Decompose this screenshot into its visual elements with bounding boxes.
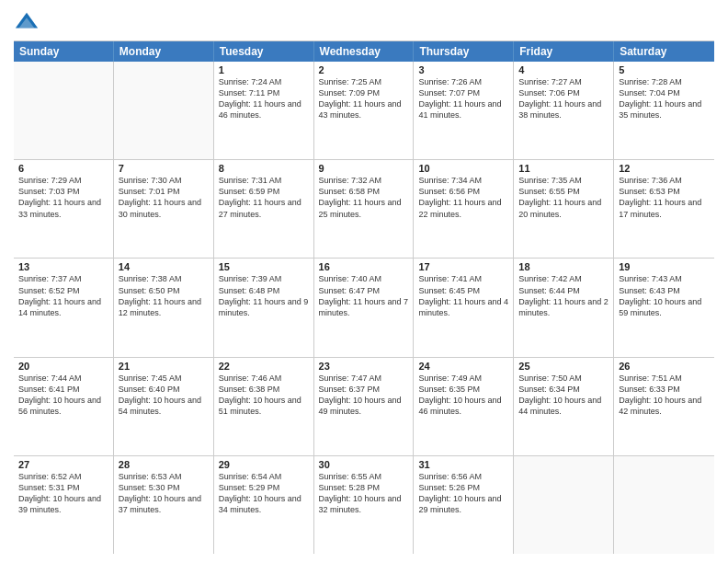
day-number: 10 [418,163,508,174]
calendar-cell-2-4: 17Sunrise: 7:41 AM Sunset: 6:45 PM Dayli… [414,259,514,356]
page: SundayMondayTuesdayWednesdayThursdayFrid… [0,0,728,563]
cell-info: Sunrise: 7:26 AM Sunset: 7:07 PM Dayligh… [418,76,508,121]
cell-info: Sunrise: 7:51 AM Sunset: 6:33 PM Dayligh… [619,373,710,418]
weekday-header-monday: Monday [114,41,214,62]
day-number: 11 [518,163,609,174]
calendar-cell-1-3: 9Sunrise: 7:32 AM Sunset: 6:58 PM Daylig… [314,160,415,258]
calendar-cell-2-0: 13Sunrise: 7:37 AM Sunset: 6:52 PM Dayli… [14,259,114,356]
calendar-cell-0-5: 4Sunrise: 7:27 AM Sunset: 7:06 PM Daylig… [514,62,614,159]
calendar-cell-4-2: 29Sunrise: 6:54 AM Sunset: 5:29 PM Dayli… [214,456,314,554]
calendar-cell-4-4: 31Sunrise: 6:56 AM Sunset: 5:26 PM Dayli… [414,456,514,554]
calendar-cell-1-0: 6Sunrise: 7:29 AM Sunset: 7:03 PM Daylig… [14,160,114,258]
logo-icon [14,9,40,35]
day-number: 16 [319,261,409,272]
weekday-header-tuesday: Tuesday [214,41,314,62]
calendar-cell-3-3: 23Sunrise: 7:47 AM Sunset: 6:37 PM Dayli… [314,358,415,455]
calendar-cell-3-1: 21Sunrise: 7:45 AM Sunset: 6:40 PM Dayli… [114,358,214,455]
logo [14,9,43,35]
cell-info: Sunrise: 7:47 AM Sunset: 6:37 PM Dayligh… [319,373,409,418]
weekday-header-wednesday: Wednesday [314,41,415,62]
calendar-cell-3-4: 24Sunrise: 7:49 AM Sunset: 6:35 PM Dayli… [414,358,514,455]
header [14,9,714,35]
cell-info: Sunrise: 7:36 AM Sunset: 6:53 PM Dayligh… [619,175,710,220]
cell-info: Sunrise: 7:24 AM Sunset: 7:11 PM Dayligh… [219,76,309,121]
day-number: 2 [319,64,409,75]
calendar-cell-4-6 [614,456,714,554]
cell-info: Sunrise: 7:25 AM Sunset: 7:09 PM Dayligh… [319,76,409,121]
cell-info: Sunrise: 7:49 AM Sunset: 6:35 PM Dayligh… [418,373,508,418]
calendar-row-3: 20Sunrise: 7:44 AM Sunset: 6:41 PM Dayli… [14,358,714,456]
day-number: 30 [319,459,409,470]
day-number: 14 [119,261,209,272]
calendar-cell-0-4: 3Sunrise: 7:26 AM Sunset: 7:07 PM Daylig… [414,62,514,159]
day-number: 6 [18,163,108,174]
cell-info: Sunrise: 7:35 AM Sunset: 6:55 PM Dayligh… [518,175,609,220]
cell-info: Sunrise: 7:39 AM Sunset: 6:48 PM Dayligh… [219,273,309,318]
cell-info: Sunrise: 7:31 AM Sunset: 6:59 PM Dayligh… [219,175,309,220]
day-number: 24 [418,361,508,372]
cell-info: Sunrise: 6:55 AM Sunset: 5:28 PM Dayligh… [319,471,409,516]
calendar-cell-1-1: 7Sunrise: 7:30 AM Sunset: 7:01 PM Daylig… [114,160,214,258]
calendar-cell-1-4: 10Sunrise: 7:34 AM Sunset: 6:56 PM Dayli… [414,160,514,258]
weekday-header-friday: Friday [514,41,614,62]
day-number: 20 [18,361,108,372]
calendar-body: 1Sunrise: 7:24 AM Sunset: 7:11 PM Daylig… [14,62,714,554]
cell-info: Sunrise: 7:45 AM Sunset: 6:40 PM Dayligh… [119,373,209,418]
calendar: SundayMondayTuesdayWednesdayThursdayFrid… [14,40,714,554]
calendar-cell-4-0: 27Sunrise: 6:52 AM Sunset: 5:31 PM Dayli… [14,456,114,554]
cell-info: Sunrise: 6:52 AM Sunset: 5:31 PM Dayligh… [18,471,108,516]
day-number: 31 [418,459,508,470]
day-number: 17 [418,261,508,272]
cell-info: Sunrise: 7:50 AM Sunset: 6:34 PM Dayligh… [518,373,609,418]
calendar-cell-2-1: 14Sunrise: 7:38 AM Sunset: 6:50 PM Dayli… [114,259,214,356]
weekday-header-sunday: Sunday [14,41,114,62]
day-number: 12 [619,163,710,174]
cell-info: Sunrise: 7:30 AM Sunset: 7:01 PM Dayligh… [119,175,209,220]
cell-info: Sunrise: 6:56 AM Sunset: 5:26 PM Dayligh… [418,471,508,516]
day-number: 15 [219,261,309,272]
calendar-row-4: 27Sunrise: 6:52 AM Sunset: 5:31 PM Dayli… [14,456,714,554]
calendar-cell-0-0 [14,62,114,159]
calendar-row-1: 6Sunrise: 7:29 AM Sunset: 7:03 PM Daylig… [14,160,714,259]
calendar-cell-0-1 [114,62,214,159]
calendar-row-2: 13Sunrise: 7:37 AM Sunset: 6:52 PM Dayli… [14,259,714,357]
day-number: 7 [119,163,209,174]
cell-info: Sunrise: 6:53 AM Sunset: 5:30 PM Dayligh… [119,471,209,516]
day-number: 28 [119,459,209,470]
calendar-cell-1-2: 8Sunrise: 7:31 AM Sunset: 6:59 PM Daylig… [214,160,314,258]
calendar-header: SundayMondayTuesdayWednesdayThursdayFrid… [14,40,714,62]
cell-info: Sunrise: 7:44 AM Sunset: 6:41 PM Dayligh… [18,373,108,418]
calendar-cell-0-3: 2Sunrise: 7:25 AM Sunset: 7:09 PM Daylig… [314,62,415,159]
calendar-row-0: 1Sunrise: 7:24 AM Sunset: 7:11 PM Daylig… [14,62,714,160]
day-number: 25 [518,361,609,372]
day-number: 26 [619,361,710,372]
cell-info: Sunrise: 7:40 AM Sunset: 6:47 PM Dayligh… [319,273,409,318]
day-number: 8 [219,163,309,174]
cell-info: Sunrise: 7:32 AM Sunset: 6:58 PM Dayligh… [319,175,409,220]
calendar-cell-2-3: 16Sunrise: 7:40 AM Sunset: 6:47 PM Dayli… [314,259,415,356]
calendar-cell-3-0: 20Sunrise: 7:44 AM Sunset: 6:41 PM Dayli… [14,358,114,455]
cell-info: Sunrise: 6:54 AM Sunset: 5:29 PM Dayligh… [219,471,309,516]
calendar-cell-4-1: 28Sunrise: 6:53 AM Sunset: 5:30 PM Dayli… [114,456,214,554]
calendar-cell-4-3: 30Sunrise: 6:55 AM Sunset: 5:28 PM Dayli… [314,456,415,554]
calendar-cell-3-2: 22Sunrise: 7:46 AM Sunset: 6:38 PM Dayli… [214,358,314,455]
weekday-header-thursday: Thursday [414,41,514,62]
cell-info: Sunrise: 7:28 AM Sunset: 7:04 PM Dayligh… [619,76,710,121]
calendar-cell-1-6: 12Sunrise: 7:36 AM Sunset: 6:53 PM Dayli… [614,160,714,258]
day-number: 22 [219,361,309,372]
day-number: 19 [619,261,710,272]
cell-info: Sunrise: 7:42 AM Sunset: 6:44 PM Dayligh… [518,273,609,318]
calendar-cell-0-2: 1Sunrise: 7:24 AM Sunset: 7:11 PM Daylig… [214,62,314,159]
day-number: 18 [518,261,609,272]
cell-info: Sunrise: 7:34 AM Sunset: 6:56 PM Dayligh… [418,175,508,220]
calendar-cell-2-6: 19Sunrise: 7:43 AM Sunset: 6:43 PM Dayli… [614,259,714,356]
cell-info: Sunrise: 7:29 AM Sunset: 7:03 PM Dayligh… [18,175,108,220]
calendar-cell-2-5: 18Sunrise: 7:42 AM Sunset: 6:44 PM Dayli… [514,259,614,356]
calendar-cell-4-5 [514,456,614,554]
cell-info: Sunrise: 7:27 AM Sunset: 7:06 PM Dayligh… [518,76,609,121]
day-number: 5 [619,64,710,75]
day-number: 9 [319,163,409,174]
calendar-cell-3-5: 25Sunrise: 7:50 AM Sunset: 6:34 PM Dayli… [514,358,614,455]
cell-info: Sunrise: 7:41 AM Sunset: 6:45 PM Dayligh… [418,273,508,318]
cell-info: Sunrise: 7:43 AM Sunset: 6:43 PM Dayligh… [619,273,710,318]
